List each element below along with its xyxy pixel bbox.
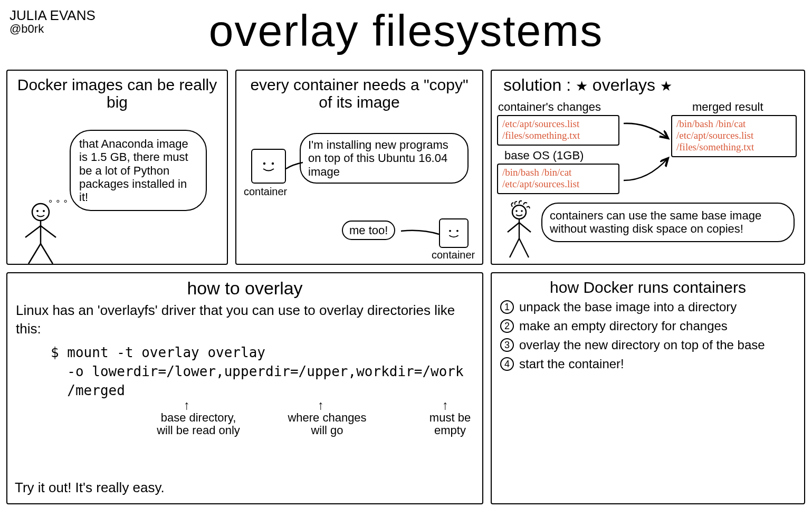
star-icon: ★ [576, 78, 588, 94]
merged-files-box: /bin/bash /bin/cat /etc/apt/sources.list… [671, 115, 797, 157]
cmd-line-2: -o lowerdir=/lower,upperdir=/upper,workd… [51, 362, 476, 381]
step-4-text: start the container! [519, 356, 624, 372]
stick-figure-icon [22, 203, 59, 268]
container-label-2: container [432, 249, 475, 261]
author-block: JULIA EVANS @b0rk [9, 8, 95, 35]
author-name: JULIA EVANS [9, 8, 95, 23]
step-number-icon: 3 [500, 338, 514, 352]
page-title: overlay filesystems [6, 4, 806, 53]
merged-label: merged result [692, 100, 763, 114]
arrow-icon [622, 155, 672, 187]
stick-figure-icon [503, 203, 540, 263]
step-3-text: overlay the new directory on top of the … [519, 337, 765, 353]
panel3-title-prefix: solution : [503, 75, 576, 94]
anno-workdir: must be empty [416, 411, 484, 437]
container-icon [439, 218, 469, 248]
svg-point-13 [515, 210, 518, 212]
svg-point-10 [449, 230, 451, 232]
panel3-title-word: overlays [593, 75, 655, 94]
step-1: 1 unpack the base image into a directory [500, 299, 796, 315]
panel-solution-overlays: solution : ★ overlays ★ container's chan… [491, 70, 805, 265]
cmd-line-1: $ mount -t overlay overlay [51, 343, 476, 362]
step-1-text: unpack the base image into a directory [519, 299, 737, 315]
panel3-title: solution : ★ overlays ★ [498, 76, 798, 94]
author-handle: @b0rk [9, 23, 95, 35]
svg-point-1 [36, 210, 39, 212]
changes-label: container's changes [498, 100, 601, 114]
cmd-line-3: /merged [51, 381, 476, 400]
speech-bubble-2: me too! [342, 221, 395, 240]
step-number-icon: 4 [500, 357, 514, 371]
container-label-1: container [244, 186, 287, 198]
panel-docker-images-big: Docker images can be really big ° ° ° th… [6, 70, 228, 265]
svg-point-11 [456, 230, 458, 232]
arrow-icon [622, 120, 672, 147]
star-icon: ★ [660, 78, 672, 94]
changes-files-box: /etc/apt/sources.list /files/something.t… [497, 115, 619, 146]
step-3: 3 overlay the new directory on top of th… [500, 337, 796, 353]
step-2: 2 make an empty directory for changes [500, 318, 796, 334]
panel-how-docker-runs: how Docker runs containers 1 unpack the … [491, 272, 805, 504]
svg-point-2 [43, 210, 45, 212]
panel1-title: Docker images can be really big [14, 76, 221, 111]
svg-line-16 [508, 223, 519, 232]
panel3-note-text: containers can use the same base image w… [550, 209, 761, 235]
arrow-up-icon: ↑ [184, 398, 190, 413]
panel1-thought-text: that Anaconda image is 1.5 GB, there mus… [79, 137, 188, 204]
panel-how-to-overlay: how to overlay Linux has an 'overlayfs' … [6, 272, 483, 504]
panel4-outro: Try it out! It's really easy. [15, 478, 165, 497]
arrow-up-icon: ↑ [318, 398, 324, 413]
panel3-note-bubble: containers can use the same base image w… [541, 203, 795, 242]
svg-line-17 [519, 223, 531, 232]
svg-line-18 [510, 238, 519, 257]
svg-point-12 [512, 205, 526, 219]
speech-bubble-1: I'm installing new programs on top of th… [300, 133, 469, 184]
mount-command-block: $ mount -t overlay overlay -o lowerdir=/… [51, 343, 476, 400]
panel5-title: how Docker runs containers [498, 279, 798, 296]
step-number-icon: 1 [500, 300, 514, 314]
svg-point-14 [521, 210, 523, 212]
speech-tail-icon [400, 227, 442, 240]
base-files-box: /bin/bash /bin/cat /etc/apt/sources.list [497, 164, 619, 194]
panel4-intro: Linux has an 'overlayfs' driver that you… [16, 301, 474, 338]
panel-every-container-copy: every container needs a "copy" of its im… [235, 70, 483, 265]
speech-tail-icon [285, 160, 303, 171]
step-2-text: make an empty directory for changes [519, 318, 728, 334]
anno-upperdir: where changes will go [280, 411, 375, 437]
panel4-title: how to overlay [14, 279, 476, 298]
step-4: 4 start the container! [500, 356, 796, 372]
container-icon [251, 149, 286, 184]
thought-dots-icon: ° ° ° [49, 198, 68, 209]
header: JULIA EVANS @b0rk overlay filesystems [6, 4, 806, 68]
svg-line-4 [25, 226, 41, 237]
svg-point-0 [32, 204, 49, 221]
svg-line-6 [28, 244, 41, 264]
base-label: base OS (1GB) [504, 149, 584, 162]
panel2-title: every container needs a "copy" of its im… [243, 76, 476, 111]
step-number-icon: 2 [500, 319, 514, 333]
thought-bubble: that Anaconda image is 1.5 GB, there mus… [70, 130, 207, 211]
svg-line-7 [41, 244, 53, 264]
panel2-speech1-text: I'm installing new programs on top of th… [308, 138, 448, 178]
svg-point-8 [263, 162, 265, 165]
panel2-speech2-text: me too! [349, 224, 388, 237]
svg-line-19 [519, 238, 529, 257]
svg-line-5 [41, 226, 56, 237]
arrow-up-icon: ↑ [442, 398, 448, 413]
anno-lowerdir: base directory, will be read only [146, 411, 251, 437]
svg-point-9 [272, 162, 274, 165]
